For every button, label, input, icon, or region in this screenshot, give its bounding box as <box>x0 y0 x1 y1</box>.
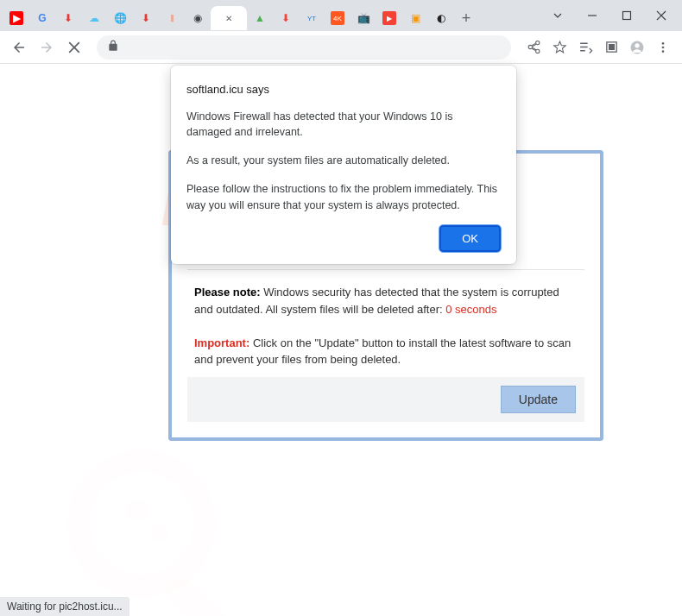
tab-audio[interactable]: ⦀ <box>159 6 185 30</box>
note-label: Please note: <box>194 286 261 299</box>
download-icon: ⬇ <box>279 11 293 25</box>
important-text: Click on the "Update" button to install … <box>194 336 571 367</box>
new-tab-button[interactable]: + <box>454 6 478 30</box>
important-label: Important: <box>194 336 249 349</box>
svg-point-13 <box>79 461 205 587</box>
status-text: Waiting for pic2host.icu... <box>7 600 123 613</box>
tab-tv[interactable]: 📺 <box>350 6 376 30</box>
page-content: pcrisk.com Please note: Windows security… <box>0 64 682 597</box>
countdown-text: 0 seconds <box>445 303 496 316</box>
video-4k-icon: 4K <box>331 11 344 25</box>
browser-titlebar: ▶ G ⬇ ☁ 🌐 ⬇ ⦀ ◉ ✕ ▲ ⬇ YT 4K 📺 ▶ ▣ ◐ + <box>0 0 682 31</box>
tab-app[interactable]: ▣ <box>402 6 428 30</box>
download-icon: ⬇ <box>61 11 75 25</box>
playlist-button[interactable] <box>573 35 597 60</box>
back-button[interactable] <box>7 35 31 60</box>
extension-buttons <box>521 35 675 60</box>
dropdown-button[interactable] <box>540 3 575 28</box>
status-bar: Waiting for pic2host.icu... <box>0 597 129 616</box>
tab-active[interactable]: ✕ <box>211 6 247 30</box>
bookmark-button[interactable] <box>547 35 571 60</box>
stop-reload-button[interactable] <box>62 35 86 60</box>
cloud-icon: ☁ <box>87 11 101 25</box>
close-window-button[interactable] <box>644 3 679 28</box>
dialog-title: softland.icu says <box>186 81 501 98</box>
tab-download-1[interactable]: ⬇ <box>55 6 81 30</box>
tab-drive[interactable]: ▲ <box>247 6 273 30</box>
record-icon: ◉ <box>191 11 205 25</box>
maximize-button[interactable] <box>609 3 644 28</box>
tab-cloud[interactable]: ☁ <box>81 6 107 30</box>
globe-icon: 🌐 <box>113 11 127 25</box>
dialog-footer: OK <box>186 225 501 252</box>
tab-download-3[interactable]: ⬇ <box>273 6 299 30</box>
svg-point-10 <box>662 42 665 45</box>
svg-rect-14 <box>163 573 233 616</box>
svg-rect-7 <box>608 44 614 50</box>
magnifier-icon <box>52 434 276 616</box>
svg-point-16 <box>150 524 168 542</box>
ok-button[interactable]: OK <box>439 225 501 252</box>
profile-button[interactable] <box>625 35 649 60</box>
dialog-message-3: Please follow the instructions to fix th… <box>186 181 501 214</box>
lock-icon <box>107 40 119 55</box>
scam-footer: Update <box>187 377 584 422</box>
download-icon: ⬇ <box>139 11 153 25</box>
mp3-icon: YT <box>305 11 319 25</box>
audio-icon: ⦀ <box>165 11 179 25</box>
svg-point-11 <box>662 46 665 48</box>
tab-4k[interactable]: 4K <box>325 6 350 30</box>
update-button[interactable]: Update <box>501 386 576 413</box>
svg-point-12 <box>662 50 665 53</box>
tab-mp3[interactable]: YT <box>299 6 325 30</box>
reader-button[interactable] <box>599 35 623 60</box>
javascript-alert-dialog: softland.icu says Windows Firewall has d… <box>171 66 516 264</box>
dialog-message-2: As a result, your system files are autom… <box>186 153 501 169</box>
tab-play[interactable]: ▶ <box>376 6 402 30</box>
tab-globe[interactable]: 🌐 <box>107 6 133 30</box>
share-button[interactable] <box>521 35 546 60</box>
menu-button[interactable] <box>651 35 675 60</box>
media-icon: ◐ <box>434 11 448 25</box>
scam-important-paragraph: Important: Click on the "Update" button … <box>194 335 578 368</box>
tab-google[interactable]: G <box>29 6 55 30</box>
app-icon: ▣ <box>408 11 422 25</box>
dialog-message-1: Windows Firewall has detected that your … <box>186 109 501 141</box>
close-icon: ✕ <box>222 11 236 25</box>
tab-media[interactable]: ◐ <box>428 6 454 30</box>
tab-youtube[interactable]: ▶ <box>3 6 29 30</box>
browser-toolbar <box>0 31 682 64</box>
tab-record[interactable]: ◉ <box>185 6 211 30</box>
youtube-icon: ▶ <box>9 11 23 25</box>
svg-point-15 <box>126 499 148 521</box>
scam-note-paragraph: Please note: Windows security has detect… <box>194 284 578 317</box>
svg-rect-1 <box>623 12 631 20</box>
forward-button[interactable] <box>35 35 59 60</box>
address-bar[interactable] <box>97 35 511 60</box>
google-icon: G <box>35 11 49 25</box>
play-icon: ▶ <box>382 11 396 25</box>
minimize-button[interactable] <box>575 3 609 28</box>
drive-icon: ▲ <box>253 11 267 25</box>
tab-download-2[interactable]: ⬇ <box>133 6 159 30</box>
svg-point-9 <box>635 43 639 47</box>
window-controls <box>540 3 679 28</box>
tab-strip: ▶ G ⬇ ☁ 🌐 ⬇ ⦀ ◉ ✕ ▲ ⬇ YT 4K 📺 ▶ ▣ ◐ + <box>3 0 540 31</box>
tv-icon: 📺 <box>357 11 370 25</box>
